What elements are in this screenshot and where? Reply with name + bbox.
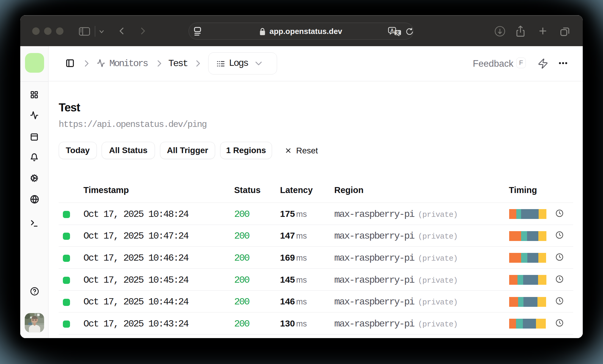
svg-text:文: 文 [395,30,400,35]
svg-text:A: A [390,28,394,33]
